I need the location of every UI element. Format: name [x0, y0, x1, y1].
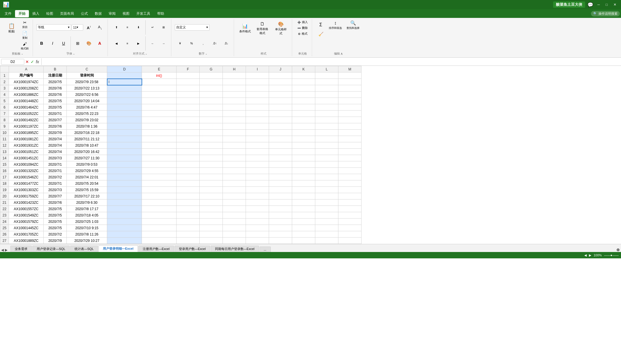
insert-function-button[interactable]: fx — [36, 59, 39, 64]
cell-i15[interactable] — [246, 161, 269, 168]
italic-button[interactable]: I — [47, 40, 58, 46]
cell-l21[interactable] — [315, 199, 338, 206]
cell-f13[interactable] — [177, 149, 200, 155]
cell-g1[interactable] — [200, 72, 223, 79]
cell-l26[interactable] — [315, 231, 338, 238]
cell-i9[interactable] — [246, 123, 269, 130]
cell-b8[interactable]: 2020/7/7 — [44, 117, 67, 123]
cell-k2[interactable] — [292, 79, 315, 85]
cell-f8[interactable] — [177, 117, 200, 123]
cell-c19[interactable]: 2020/7/5 15:59 — [67, 187, 107, 193]
cell-l27[interactable] — [315, 238, 338, 244]
autosum-button[interactable]: Σ — [316, 20, 326, 31]
conditional-format-button[interactable]: 📊 条件格式 — [238, 20, 253, 37]
cell-c25[interactable]: 2020/7/10 9:15 — [67, 225, 107, 231]
cell-a9[interactable]: AX10001197ZC — [9, 123, 44, 130]
cell-b13[interactable]: 2020/7/4 — [44, 149, 67, 155]
cell-g24[interactable] — [200, 219, 223, 225]
cell-f21[interactable] — [177, 199, 200, 206]
cell-k25[interactable] — [292, 225, 315, 231]
cell-i17[interactable] — [246, 174, 269, 180]
menu-item-formula[interactable]: 公式 — [77, 10, 91, 17]
cell-g10[interactable] — [200, 130, 223, 136]
cell-b3[interactable]: 2020/7/6 — [44, 85, 67, 92]
copy-button[interactable]: 📄 复制 — [19, 30, 30, 40]
cell-j15[interactable] — [269, 161, 292, 168]
cell-k24[interactable] — [292, 219, 315, 225]
cell-g12[interactable] — [200, 142, 223, 149]
cell-h23[interactable] — [223, 212, 246, 219]
cell-m19[interactable] — [338, 187, 362, 193]
cell-m6[interactable] — [338, 104, 362, 111]
menu-item-review[interactable]: 审阅 — [105, 10, 119, 17]
cell-a7[interactable]: AX10001052ZC — [9, 111, 44, 117]
cell-a21[interactable]: AX10001423ZC — [9, 199, 44, 206]
cell-d27[interactable] — [107, 238, 142, 244]
cell-g14[interactable] — [200, 155, 223, 161]
cell-h27[interactable] — [223, 238, 246, 244]
cell-j27[interactable] — [269, 238, 292, 244]
cell-b2[interactable]: 2020/7/5 — [44, 79, 67, 85]
cell-l11[interactable] — [315, 136, 338, 142]
zoom-slider[interactable]: ——●—— — [604, 253, 619, 257]
cell-m20[interactable] — [338, 193, 362, 199]
cell-b12[interactable]: 2020/7/4 — [44, 142, 67, 149]
cell-e8[interactable] — [142, 117, 177, 123]
cell-f1[interactable] — [177, 72, 200, 79]
cell-h21[interactable] — [223, 199, 246, 206]
cell-m13[interactable] — [338, 149, 362, 155]
cancel-formula-button[interactable]: ✕ — [25, 59, 29, 64]
cell-k13[interactable] — [292, 149, 315, 155]
cell-m22[interactable] — [338, 206, 362, 212]
cell-l8[interactable] — [315, 117, 338, 123]
cell-b10[interactable]: 2020/7/9 — [44, 130, 67, 136]
cell-j12[interactable] — [269, 142, 292, 149]
cell-h25[interactable] — [223, 225, 246, 231]
cell-k12[interactable] — [292, 142, 315, 149]
cell-e26[interactable] — [142, 231, 177, 238]
bottom-align-button[interactable]: ⬇ — [133, 25, 144, 29]
cell-b15[interactable]: 2020/7/1 — [44, 161, 67, 168]
sheet-tab-sql-login[interactable]: 用户登录记录—SQL — [32, 246, 70, 252]
menu-item-layout[interactable]: 页面布局 — [57, 10, 77, 17]
cell-l5[interactable] — [315, 98, 338, 104]
cell-f11[interactable] — [177, 136, 200, 142]
cell-b14[interactable]: 2020/7/3 — [44, 155, 67, 161]
font-color-button[interactable]: A — [94, 40, 105, 46]
sheet-tab-excel-daily[interactable]: 同期每日用户登录数—Excel — [211, 246, 259, 252]
cell-j20[interactable] — [269, 193, 292, 199]
cell-l18[interactable] — [315, 180, 338, 187]
menu-item-data[interactable]: 数据 — [91, 10, 105, 17]
cell-c7[interactable]: 2020/7/5 22:23 — [67, 111, 107, 117]
cell-i24[interactable] — [246, 219, 269, 225]
cell-e17[interactable] — [142, 174, 177, 180]
cell-g23[interactable] — [200, 212, 223, 219]
sheet-tab-more[interactable]: ... — [259, 247, 271, 252]
cell-e12[interactable] — [142, 142, 177, 149]
col-header-g[interactable]: G — [200, 66, 223, 72]
number-expand-icon[interactable]: ⌄ — [205, 52, 207, 55]
cell-d22[interactable] — [107, 206, 142, 212]
cell-d17[interactable] — [107, 174, 142, 180]
cell-i26[interactable] — [246, 231, 269, 238]
cell-j6[interactable] — [269, 104, 292, 111]
cell-l6[interactable] — [315, 104, 338, 111]
cell-k27[interactable] — [292, 238, 315, 244]
cell-b20[interactable]: 2020/7/7 — [44, 193, 67, 199]
cell-k11[interactable] — [292, 136, 315, 142]
cell-k26[interactable] — [292, 231, 315, 238]
cell-c16[interactable]: 2020/7/29 4:55 — [67, 168, 107, 174]
cell-a16[interactable]: AX10001320ZC — [9, 168, 44, 174]
cell-a18[interactable]: AX10001477ZC — [9, 180, 44, 187]
cell-i3[interactable] — [246, 85, 269, 92]
cell-g7[interactable] — [200, 111, 223, 117]
cell-a27[interactable]: AX10001889ZC — [9, 238, 44, 244]
cell-k6[interactable] — [292, 104, 315, 111]
cell-j10[interactable] — [269, 130, 292, 136]
cell-m2[interactable] — [338, 79, 362, 85]
editing-expand-icon[interactable]: ∧ — [340, 52, 343, 56]
cell-k10[interactable] — [292, 130, 315, 136]
cell-f5[interactable] — [177, 98, 200, 104]
cell-d10[interactable] — [107, 130, 142, 136]
cell-b16[interactable]: 2020/7/1 — [44, 168, 67, 174]
